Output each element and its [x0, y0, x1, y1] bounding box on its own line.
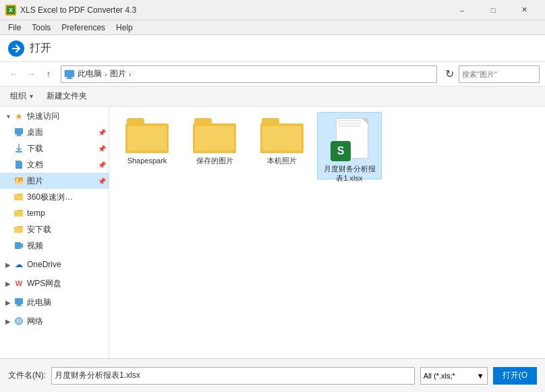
- list-item[interactable]: 保存的图片: [182, 112, 247, 179]
- new-folder-button[interactable]: 新建文件夹: [42, 89, 92, 104]
- menu-help[interactable]: Help: [111, 21, 138, 34]
- network-group: ▶ 网络: [0, 312, 109, 331]
- wps-label: WPS网盘: [27, 278, 61, 289]
- folder-inner: [127, 126, 167, 150]
- svg-rect-6: [17, 134, 21, 136]
- download-icon: [13, 143, 24, 154]
- 360browser-label: 360极速浏览器: [27, 192, 81, 203]
- sidebar-item-video[interactable]: 视频: [0, 237, 109, 254]
- organize-button[interactable]: 组织 ▼: [5, 89, 39, 104]
- svg-rect-10: [14, 195, 23, 200]
- sidebar-item-360browser[interactable]: 360极速浏览器: [0, 189, 109, 205]
- title-bar: X XLS Excel to PDF Converter 4.3 – □ ✕: [0, 0, 545, 20]
- desktop-icon: [13, 127, 24, 138]
- expand-icon-thispc: ▶: [3, 297, 13, 308]
- expand-icon-onedrive: ▶: [3, 259, 13, 270]
- breadcrumb-pictures[interactable]: 图片: [110, 68, 126, 80]
- pin-downloads: 📌: [98, 145, 106, 152]
- window-title: XLS Excel to PDF Converter 4.3: [20, 5, 447, 15]
- thispc-icon: [13, 297, 24, 308]
- sidebar-item-downloads[interactable]: 下载 📌: [0, 140, 109, 157]
- star-icon: ★: [13, 111, 24, 121]
- close-button[interactable]: ✕: [509, 0, 540, 20]
- thispc-label: 此电脑: [27, 297, 51, 308]
- sidebar-item-documents[interactable]: 文档 📌: [0, 157, 109, 173]
- window-controls: – □ ✕: [447, 0, 540, 20]
- svg-rect-3: [67, 77, 71, 78]
- sidebar: ▾ ★ 快速访问 桌面 📌 下载 📌: [0, 107, 109, 358]
- svg-rect-11: [14, 211, 23, 217]
- bottom-bar: 文件名(N): 月度财务分析报表1.xlsx All (*.xls;* ▼ 打开…: [0, 358, 545, 392]
- menu-file[interactable]: File: [3, 21, 26, 34]
- folder-temp-icon: [13, 208, 24, 219]
- quick-access-group: ▾ ★ 快速访问 桌面 📌 下载 📌: [0, 107, 109, 255]
- breadcrumb-sep-1: ›: [105, 70, 107, 78]
- filename-input-box[interactable]: 月度财务分析报表1.xlsx: [51, 367, 415, 385]
- expand-icon-network: ▶: [3, 316, 13, 327]
- svg-rect-15: [17, 304, 21, 306]
- onedrive-group: ▶ ☁ OneDrive: [0, 255, 109, 274]
- network-label: 网络: [27, 316, 43, 327]
- forward-button[interactable]: →: [23, 66, 39, 82]
- address-bar[interactable]: 此电脑 › 图片 ›: [61, 65, 437, 83]
- filename-label: 文件名(N):: [8, 370, 46, 381]
- maximize-button[interactable]: □: [478, 0, 509, 20]
- list-item[interactable]: S 月度财务分析报表1.xlsx: [317, 112, 382, 179]
- minimize-button[interactable]: –: [447, 0, 478, 20]
- back-button[interactable]: ←: [5, 66, 22, 82]
- new-folder-label: 新建文件夹: [47, 90, 87, 102]
- search-input[interactable]: [462, 70, 536, 78]
- search-box[interactable]: [459, 65, 540, 83]
- organize-dropdown-arrow: ▼: [28, 93, 34, 100]
- sidebar-item-temp[interactable]: temp: [0, 205, 109, 221]
- open-button[interactable]: 打开(O: [493, 367, 537, 385]
- menu-tools[interactable]: Tools: [26, 21, 56, 34]
- video-icon: [13, 240, 24, 251]
- thispc-group: ▶ 此电脑: [0, 293, 109, 312]
- onedrive-icon: ☁: [13, 259, 24, 270]
- pictures-icon: [13, 175, 24, 186]
- sidebar-item-andown[interactable]: 安下载: [0, 221, 109, 237]
- expand-icon-quick-access: ▾: [3, 111, 13, 121]
- andown-label: 安下载: [27, 224, 51, 235]
- nav-bar: ← → ↑ 此电脑 › 图片 › ↻: [0, 62, 545, 86]
- sidebar-item-network[interactable]: ▶ 网络: [0, 313, 109, 329]
- sidebar-item-pictures[interactable]: 图片 📌: [0, 173, 109, 189]
- sidebar-item-onedrive[interactable]: ▶ ☁ OneDrive: [0, 256, 109, 273]
- menu-preferences[interactable]: Preferences: [56, 21, 111, 34]
- sidebar-item-desktop[interactable]: 桌面 📌: [0, 124, 109, 140]
- sidebar-item-quick-access[interactable]: ▾ ★ 快速访问: [0, 108, 109, 124]
- sidebar-item-wps[interactable]: ▶ W WPS网盘: [0, 275, 109, 291]
- video-label: 视频: [27, 240, 43, 252]
- wps-icon: W: [13, 278, 24, 289]
- file-name-excel: 月度财务分析报表1.xlsx: [320, 164, 378, 184]
- pin-pictures: 📌: [98, 177, 106, 185]
- onedrive-label: OneDrive: [27, 260, 61, 269]
- list-item[interactable]: 本机照片: [250, 112, 314, 179]
- filter-dropdown[interactable]: All (*.xls;* ▼: [420, 367, 488, 385]
- svg-rect-16: [16, 306, 22, 306]
- filter-value: All (*.xls;*: [424, 372, 455, 380]
- list-item[interactable]: Shapespark: [115, 112, 179, 179]
- folder-icon-local-photos: [260, 118, 304, 153]
- organize-label: 组织: [10, 90, 26, 102]
- svg-rect-14: [15, 298, 23, 304]
- pictures-label: 图片: [27, 175, 43, 187]
- desktop-label: 桌面: [27, 127, 43, 138]
- folder-andown-icon: [13, 224, 24, 235]
- filter-dropdown-arrow: ▼: [477, 372, 484, 380]
- sidebar-item-thispc[interactable]: ▶ 此电脑: [0, 294, 109, 310]
- file-area: Shapespark 保存的图片 本机照片: [109, 107, 545, 358]
- breadcrumb-sep-2: ›: [129, 70, 132, 78]
- up-button[interactable]: ↑: [40, 66, 57, 82]
- quick-access-label: 快速访问: [27, 111, 59, 122]
- menu-bar: File Tools Preferences Help: [0, 20, 545, 35]
- main-area: ▾ ★ 快速访问 桌面 📌 下载 📌: [0, 107, 545, 358]
- folder-inner: [195, 126, 234, 150]
- documents-label: 文档: [27, 159, 43, 171]
- breadcrumb-computer[interactable]: 此电脑: [78, 68, 102, 80]
- file-name-local-photos: 本机照片: [267, 156, 297, 165]
- svg-rect-2: [65, 70, 74, 77]
- refresh-button[interactable]: ↻: [441, 66, 457, 82]
- excel-file-icon: S: [331, 118, 368, 161]
